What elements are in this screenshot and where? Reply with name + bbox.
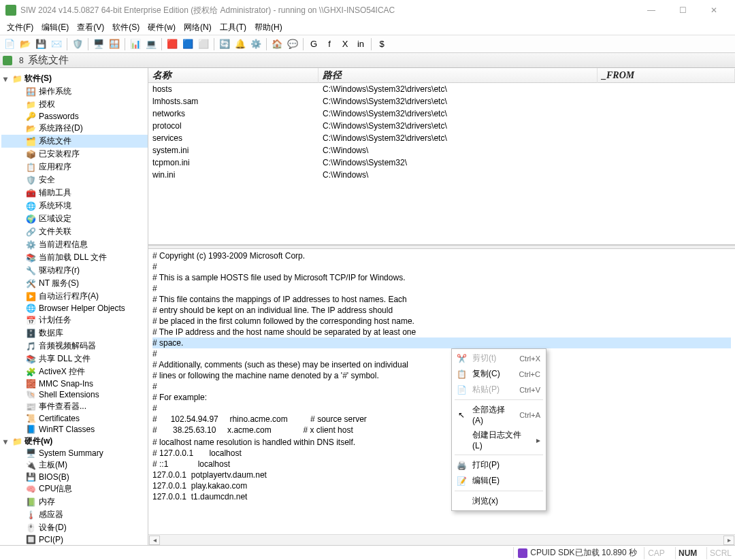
detail-line[interactable]: # xyxy=(152,403,731,414)
detail-line[interactable]: # 102.54.94.97 rhino.acme.com # source s… xyxy=(152,414,731,425)
detail-line[interactable]: # 127.0.0.1 localhost xyxy=(152,448,731,459)
toolbar-button-2[interactable]: 💾 xyxy=(34,37,48,51)
toolbar-button-5[interactable]: 🛡️ xyxy=(71,37,84,51)
tree-item-software-6[interactable]: 📋应用程序 xyxy=(1,161,148,174)
detail-line[interactable]: # entry should be kept on an individual … xyxy=(152,305,731,316)
toolbar-button-19[interactable]: ⚙️ xyxy=(249,37,263,51)
table-row[interactable]: protocolC:\Windows\System32\drivers\etc\ xyxy=(148,120,735,132)
table-row[interactable]: networksC:\Windows\System32\drivers\etc\ xyxy=(148,108,735,120)
tree-group-software[interactable]: ▾📁软件(S) xyxy=(1,72,148,85)
menu-item-1[interactable]: 编辑(E) xyxy=(37,20,73,35)
toolbar-button-25[interactable]: f xyxy=(323,37,336,51)
tree-item-software-17[interactable]: 🌐Browser Helper Objects xyxy=(1,303,148,314)
tree-item-hardware-7[interactable]: 🔲PCI(P) xyxy=(1,534,148,545)
detail-line[interactable]: # xyxy=(152,348,731,359)
nav-tree[interactable]: ▾📁软件(S)🪟操作系统📁授权🔑Passwords📂系统路径(D)🗂️系统文件📦… xyxy=(0,68,148,545)
tree-item-software-10[interactable]: 🌍区域设定 xyxy=(1,212,148,225)
toolbar-button-14[interactable]: 🟦 xyxy=(181,37,195,51)
toolbar-button-13[interactable]: 🟥 xyxy=(165,37,179,51)
detail-line[interactable]: # 38.25.63.10 x.acme.com # x client host xyxy=(152,425,731,435)
tree-item-software-20[interactable]: 🎵音频视频解码器 xyxy=(1,340,148,352)
table-row[interactable]: tcpmon.iniC:\Windows\System32\ xyxy=(148,157,735,169)
tree-toggle-icon[interactable]: ▾ xyxy=(1,74,10,84)
maximize-button[interactable]: ☐ xyxy=(667,0,698,20)
scroll-track[interactable] xyxy=(161,536,723,545)
col-header-from[interactable]: _FROM xyxy=(598,69,735,82)
tree-item-software-4[interactable]: 🗂️系统文件 xyxy=(1,135,148,148)
detail-line[interactable]: 127.0.0.1 potplayertv.daum.net xyxy=(152,470,731,480)
tree-item-software-8[interactable]: 🧰辅助工具 xyxy=(1,186,148,199)
toolbar-button-17[interactable]: 🔄 xyxy=(218,37,231,51)
tree-item-hardware-4[interactable]: 📗内存 xyxy=(1,495,148,508)
tree-item-software-14[interactable]: 🔧驱动程序(r) xyxy=(1,264,148,277)
toolbar-button-3[interactable]: ✉️ xyxy=(50,37,63,51)
menu-item-6[interactable]: 工具(T) xyxy=(216,20,250,35)
table-row[interactable]: win.iniC:\Windows\ xyxy=(148,169,735,181)
tree-item-software-5[interactable]: 📦已安装程序 xyxy=(1,148,148,161)
detail-line[interactable]: # be placed in the first column followed… xyxy=(152,316,731,327)
scroll-right-button[interactable]: ▸ xyxy=(723,536,734,545)
tree-item-software-22[interactable]: 🧩ActiveX 控件 xyxy=(1,365,148,378)
context-item-5[interactable]: 创建日志文件(L)▸ xyxy=(453,427,544,452)
tree-item-software-27[interactable]: 📘WinRT Classes xyxy=(1,424,148,435)
tree-item-software-24[interactable]: 🐚Shell Extensions xyxy=(1,389,148,400)
table-row[interactable]: lmhosts.samC:\Windows\System32\drivers\e… xyxy=(148,95,735,108)
toolbar-button-10[interactable]: 📊 xyxy=(129,37,142,51)
h-scrollbar[interactable]: ◂ ▸ xyxy=(148,534,735,545)
tree-item-hardware-5[interactable]: 🌡️感应器 xyxy=(1,508,148,521)
tree-item-software-1[interactable]: 📁授权 xyxy=(1,98,148,111)
tree-item-software-15[interactable]: 🛠️NT 服务(S) xyxy=(1,277,148,290)
toolbar-button-7[interactable]: 🖥️ xyxy=(92,37,105,51)
detail-line[interactable]: # ::1 localhost xyxy=(152,459,731,470)
toolbar-button-22[interactable]: 💬 xyxy=(286,37,299,51)
table-row[interactable]: servicesC:\Windows\System32\drivers\etc\ xyxy=(148,132,735,144)
tree-item-software-25[interactable]: 📰事件查看器... xyxy=(1,400,148,413)
toolbar-button-11[interactable]: 💻 xyxy=(144,37,158,51)
detail-line[interactable]: # The IP address and the host name shoul… xyxy=(152,327,731,337)
detail-line[interactable]: # For example: xyxy=(152,392,731,403)
tree-item-software-19[interactable]: 🗄️数据库 xyxy=(1,327,148,340)
detail-line[interactable]: # space. xyxy=(152,337,731,348)
table-row[interactable]: hostsC:\Windows\System32\drivers\etc\ xyxy=(148,83,735,95)
tree-item-software-26[interactable]: 📜Certificates xyxy=(1,413,148,424)
toolbar-button-8[interactable]: 🪟 xyxy=(108,37,121,51)
col-header-path[interactable]: 路径 xyxy=(318,68,598,83)
tree-item-hardware-2[interactable]: 💾BIOS(B) xyxy=(1,472,148,482)
toolbar-button-1[interactable]: 📂 xyxy=(18,37,32,51)
menu-item-3[interactable]: 软件(S) xyxy=(108,20,144,35)
context-item-8[interactable]: 📝编辑(E) xyxy=(453,473,544,489)
menu-item-5[interactable]: 网络(N) xyxy=(180,20,216,35)
toolbar-button-27[interactable]: in xyxy=(354,37,368,51)
tree-item-software-21[interactable]: 📚共享 DLL 文件 xyxy=(1,352,148,365)
detail-line[interactable]: 127.0.0.1 play.kakao.com xyxy=(152,480,731,491)
detail-line[interactable]: # localhost name resolution is handled w… xyxy=(152,437,731,448)
menu-item-4[interactable]: 硬件(w) xyxy=(144,20,180,35)
col-header-name[interactable]: 名称 xyxy=(148,68,318,83)
toolbar-button-18[interactable]: 🔔 xyxy=(233,37,247,51)
detail-line[interactable]: # Copyright (c) 1993-2009 Microsoft Corp… xyxy=(152,250,731,261)
scroll-left-button[interactable]: ◂ xyxy=(149,536,160,545)
detail-line[interactable]: # This file contains the mappings of IP … xyxy=(152,294,731,305)
detail-line[interactable]: # lines or following the machine name de… xyxy=(152,370,731,381)
tree-group-hardware[interactable]: ▾📁硬件(w) xyxy=(1,435,148,448)
toolbar-button-29[interactable]: $ xyxy=(375,37,389,51)
detail-line[interactable]: # xyxy=(152,381,731,392)
toolbar-button-15[interactable]: ⬜ xyxy=(197,37,210,51)
tree-item-software-23[interactable]: 🧱MMC Snap-Ins xyxy=(1,378,148,389)
detail-line[interactable]: 127.0.0.1 t1.daumcdn.net xyxy=(152,491,731,502)
tree-item-hardware-0[interactable]: 🖥️System Summary xyxy=(1,448,148,459)
detail-line[interactable]: # xyxy=(152,261,731,272)
detail-line[interactable]: # xyxy=(152,283,731,294)
table-body[interactable]: hostsC:\Windows\System32\drivers\etc\lmh… xyxy=(148,83,735,244)
tree-item-software-0[interactable]: 🪟操作系统 xyxy=(1,85,148,98)
menu-item-0[interactable]: 文件(F) xyxy=(3,20,37,35)
menu-item-7[interactable]: 帮助(H) xyxy=(250,20,287,35)
context-item-7[interactable]: 🖨️打印(P) xyxy=(453,457,544,473)
toolbar-button-26[interactable]: X xyxy=(338,37,352,51)
minimize-button[interactable]: — xyxy=(636,0,667,20)
tree-item-hardware-1[interactable]: 🔌主板(M) xyxy=(1,459,148,472)
detail-line[interactable]: # Additionally, comments (such as these)… xyxy=(152,359,731,370)
context-item-10[interactable]: 浏览(x) xyxy=(453,493,544,509)
menu-item-2[interactable]: 查看(V) xyxy=(73,20,108,35)
toolbar-button-0[interactable]: 📄 xyxy=(3,37,16,51)
